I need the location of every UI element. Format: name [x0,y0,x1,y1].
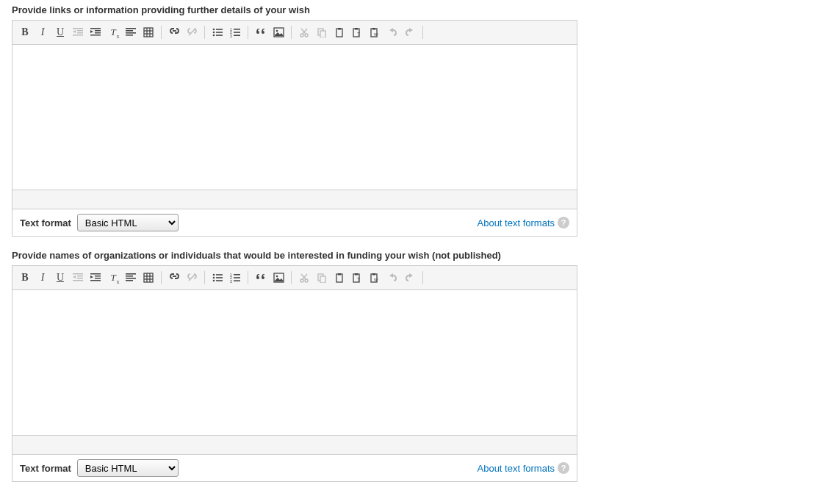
svg-point-19 [213,29,215,31]
editor-textarea[interactable] [12,290,577,435]
toolbar-sep [291,271,292,284]
svg-rect-71 [216,280,223,281]
paste-button[interactable] [331,270,347,286]
link-button[interactable] [166,270,182,286]
indent-button[interactable] [87,24,104,40]
svg-rect-11 [126,35,133,36]
text-format-select[interactable]: Basic HTML [77,459,179,477]
unlink-button[interactable] [184,270,200,286]
toolbar-sep [248,26,248,39]
svg-rect-55 [126,273,136,275]
editor-textarea[interactable] [12,45,577,190]
redo-button[interactable] [402,24,418,40]
svg-point-66 [213,274,215,276]
copy-button[interactable] [314,24,330,40]
outdent-button[interactable] [70,24,86,40]
bullet-list-button[interactable] [209,24,226,40]
indent-button[interactable] [87,270,104,286]
svg-rect-23 [216,32,223,33]
image-button[interactable] [270,270,287,286]
svg-rect-85 [320,276,325,283]
svg-point-80 [300,279,303,282]
svg-rect-87 [338,273,341,276]
svg-rect-77 [234,280,240,281]
svg-rect-28 [234,29,240,30]
svg-rect-48 [77,276,83,277]
svg-rect-10 [126,32,136,34]
toolbar-sep [422,26,423,39]
bold-button[interactable]: B [17,24,33,40]
svg-rect-3 [73,35,83,36]
copy-button[interactable] [314,270,330,286]
svg-point-68 [213,280,215,282]
svg-rect-22 [216,29,223,30]
numbered-list-button[interactable]: 123 [227,24,243,40]
field-further-details: Provide links or information providing f… [12,4,577,237]
svg-rect-69 [216,274,223,276]
align-button[interactable] [123,24,139,40]
align-button[interactable] [123,270,139,286]
svg-rect-89 [355,273,358,276]
link-button[interactable] [166,24,182,40]
cut-button[interactable] [296,270,312,286]
svg-rect-39 [336,29,342,37]
underline-button[interactable]: U [52,270,68,286]
redo-button[interactable] [402,270,418,286]
svg-text:T: T [357,277,361,282]
blockquote-button[interactable] [253,24,269,40]
about-text-formats-link[interactable]: About text formats [478,463,555,474]
italic-button[interactable]: I [35,24,51,40]
remove-format-button[interactable]: T [105,24,121,40]
svg-rect-49 [77,278,83,279]
underline-button[interactable]: U [52,24,68,40]
svg-point-79 [275,276,278,278]
cut-button[interactable] [296,24,312,40]
svg-rect-24 [216,35,223,36]
svg-point-21 [213,35,215,37]
svg-rect-92 [372,273,375,276]
svg-rect-0 [73,28,83,29]
undo-button[interactable] [384,24,400,40]
svg-rect-57 [126,278,136,279]
svg-rect-7 [90,35,101,36]
help-icon[interactable]: ? [558,462,569,474]
paste-text-button[interactable]: T [349,270,365,286]
remove-format-button[interactable]: T [105,270,121,286]
image-button[interactable] [270,24,287,40]
svg-line-18 [189,29,195,35]
paste-word-button[interactable]: W [367,24,383,40]
text-format-select[interactable]: Basic HTML [77,214,179,231]
field-label: Provide names of organizations or indivi… [12,250,577,261]
italic-button[interactable]: I [35,270,51,286]
svg-rect-9 [126,30,133,32]
numbered-list-button[interactable]: 123 [227,270,243,286]
blockquote-button[interactable] [253,270,269,286]
svg-rect-30 [234,35,240,36]
svg-text:T: T [357,32,361,37]
svg-rect-5 [95,30,101,32]
table-button[interactable] [140,24,156,40]
bullet-list-button[interactable] [209,270,226,286]
table-button[interactable] [140,270,156,286]
svg-rect-2 [77,32,83,34]
paste-word-button[interactable]: W [367,270,383,286]
paste-button[interactable] [331,24,347,40]
text-format-row: Text format Basic HTML About text format… [12,209,577,237]
toolbar-sep [161,26,162,39]
svg-rect-38 [320,31,325,37]
toolbar-sep [422,271,423,284]
svg-point-67 [213,277,215,279]
paste-text-button[interactable]: T [349,24,365,40]
toolbar-sep [204,26,205,39]
about-text-formats-link[interactable]: About text formats [478,217,555,228]
unlink-button[interactable] [184,24,200,40]
svg-line-65 [189,274,195,281]
svg-text:W: W [374,278,378,282]
outdent-button[interactable] [70,270,86,286]
svg-rect-51 [90,273,101,275]
help-icon[interactable]: ? [558,217,569,228]
svg-rect-40 [338,28,341,30]
undo-button[interactable] [384,270,400,286]
bold-button[interactable]: B [17,270,33,286]
svg-rect-8 [126,28,136,29]
